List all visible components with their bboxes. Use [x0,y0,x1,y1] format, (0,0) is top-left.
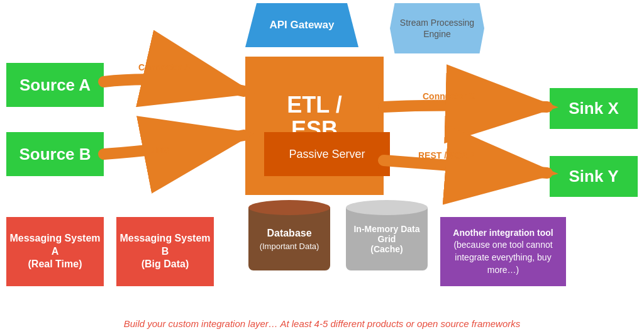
jms-arrow [104,135,244,154]
bottom-text: Build your custom integration layer… At … [0,318,644,329]
inmem-container: In-Memory Data Grid (Cache) [343,208,431,289]
database-label: Database [267,228,311,239]
jms-label: JMS [151,145,169,155]
source-b-box: Source B [6,132,104,176]
connector-x-label: Connector X [423,91,475,101]
source-b-label: Source B [19,145,91,164]
passive-server-label: Passive Server [289,148,365,161]
sink-y-label: Sink Y [569,167,618,186]
connector-x-arrow [384,106,547,108]
sink-y-box: Sink Y [550,156,638,197]
diagram: Source A Source B API Gateway Stream Pro… [0,0,644,334]
integration-tool-line2: (because one tool cannot integrate every… [447,239,560,276]
inmem-cylinder: In-Memory Data Grid (Cache) [346,208,428,270]
msg-a-line1: Messaging System A [6,232,104,259]
inmem-line2: (Cache) [370,244,402,254]
msg-b-line2: (Big Data) [116,258,214,271]
messaging-b-box: Messaging System B (Big Data) [116,217,214,286]
stream-engine-box: Stream Processing Engine [390,3,484,53]
inmem-line1: In-Memory Data Grid [346,224,428,244]
sink-x-label: Sink X [569,99,618,118]
integration-tool-line1: Another integration tool [447,227,560,240]
connector-a-arrow [104,79,244,91]
msg-a-line2: (Real Time) [6,258,104,271]
database-sub-label: (Important Data) [260,242,319,251]
etl-line1-label: ETL / [287,92,341,118]
api-gateway-label: API Gateway [270,19,335,31]
sink-x-box: Sink X [550,88,638,129]
passive-server-box: Passive Server [264,132,390,176]
rest-soap-label: REST / SOAP [418,150,474,160]
connector-a-label: Connector A [138,62,191,72]
rest-soap-arrow [384,160,547,173]
source-a-box: Source A [6,63,104,107]
stream-engine-label: Stream Processing Engine [390,17,484,40]
integration-tool-box: Another integration tool (because one to… [440,217,566,286]
messaging-a-box: Messaging System A (Real Time) [6,217,104,286]
api-gateway-box: API Gateway [245,3,358,47]
database-container: Database (Important Data) [245,208,333,289]
source-a-label: Source A [19,75,91,95]
database-cylinder: Database (Important Data) [248,208,330,270]
msg-b-line1: Messaging System B [116,232,214,259]
